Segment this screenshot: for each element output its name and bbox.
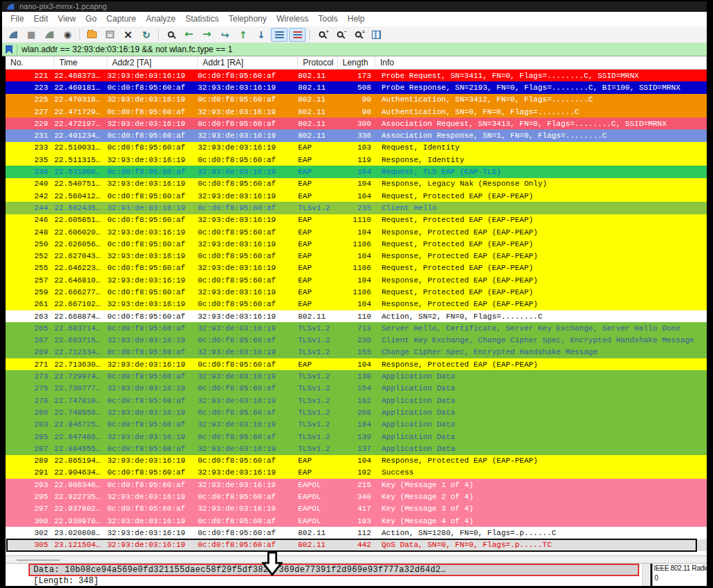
packet-row-248[interactable]: 24822.606020…32:93:de:03:16:190c:d0:f8:9… [6, 226, 707, 238]
zoom-out-icon[interactable]: − [331, 28, 348, 42]
packet-row-261[interactable]: 26122.667102…32:93:de:03:16:190c:d0:f8:9… [6, 299, 707, 310]
packet-row-289[interactable]: 28922.865194…32:93:de:03:16:190c:d0:f8:9… [6, 455, 707, 467]
packet-row-233[interactable]: 23322.510031…0c:d0:f8:95:60:af32:93:de:0… [6, 142, 707, 154]
packet-row-259[interactable]: 25922.666277…0c:d0:f8:95:60:af32:93:de:0… [6, 286, 707, 298]
column-header-info[interactable]: Info [375, 56, 707, 69]
cell-len: 417 [338, 504, 375, 513]
column-header-protocol[interactable]: Protocol [298, 56, 338, 69]
packet-row-265[interactable]: 26522.683714…0c:d0:f8:95:60:af32:93:de:0… [6, 322, 707, 334]
packet-row-295[interactable]: 29522.922735…32:93:de:03:16:190c:d0:f8:9… [6, 491, 707, 502]
column-header-addr1-ra[interactable]: Addr1 [RA] [198, 56, 298, 69]
packet-row-238[interactable]: 23822.531806…0c:d0:f8:95:60:af32:93:de:0… [6, 166, 707, 177]
pane-splitter[interactable] [6, 554, 707, 564]
data-field-text: Data: 10b08ce94a569e0fd321155daec58f29f5… [6, 564, 642, 576]
menu-item-statistics[interactable]: Statistics [180, 12, 224, 26]
menu-item-edit[interactable]: Edit [29, 12, 53, 26]
cell-ta: 0c:d0:f8:95:60:af [107, 312, 198, 321]
packet-row-280[interactable]: 28022.748558…32:93:de:03:16:190c:d0:f8:9… [6, 406, 707, 418]
packet-row-223[interactable]: 22322.469181…0c:d0:f8:95:60:af32:93:de:0… [6, 81, 707, 93]
menu-item-tools[interactable]: Tools [313, 12, 343, 26]
cell-info: Application Data [375, 397, 707, 405]
length-field-row[interactable]: [Length: 348] [6, 576, 642, 586]
packet-detail-pane[interactable]: Data: 10b08ce94a569e0fd321155daec58f29f5… [6, 564, 642, 586]
column-header-length[interactable]: Length [338, 56, 375, 69]
menu-item-help[interactable]: Help [343, 12, 370, 26]
packet-row-287[interactable]: 28722.864555…0c:d0:f8:95:60:af32:93:de:0… [6, 443, 707, 454]
stop-capture-icon[interactable]: ■ [23, 28, 40, 42]
packet-row-244[interactable]: 24422.582435…32:93:de:03:16:190c:d0:f8:9… [6, 202, 707, 214]
packet-row-305[interactable]: 30523.121504…32:93:de:03:16:190c:d0:f8:9… [6, 539, 707, 551]
capture-options-icon[interactable]: ◉ [59, 28, 76, 42]
colorize-icon[interactable] [289, 28, 306, 42]
filter-bookmark-icon[interactable] [6, 45, 13, 54]
data-field-row[interactable]: Data: 10b08ce94a569e0fd321155daec58f29f5… [6, 564, 642, 576]
display-filter-bar[interactable]: wlan.addr == 32:93:de:03:16:19 && not wl… [2, 43, 707, 56]
column-header-time[interactable]: Time [54, 56, 107, 69]
packet-row-267[interactable]: 26722.693715…32:93:de:03:16:190c:d0:f8:9… [6, 335, 707, 347]
cell-ta: 32:93:de:03:16:19 [107, 456, 198, 465]
packet-row-271[interactable]: 27122.713630…32:93:de:03:16:190c:d0:f8:9… [6, 358, 707, 370]
packet-row-291[interactable]: 29122.904634…0c:d0:f8:95:60:af32:93:de:0… [6, 467, 707, 479]
go-back-icon[interactable]: ← [180, 28, 197, 42]
packet-row-263[interactable]: 26322.668874…0c:d0:f8:95:60:af32:93:de:0… [6, 310, 707, 322]
menu-item-wireless[interactable]: Wireless [272, 12, 313, 26]
packet-row-257[interactable]: 25722.646810…32:93:de:03:16:190c:d0:f8:9… [6, 274, 707, 286]
packet-row-231[interactable]: 23122.491234…0c:d0:f8:95:60:af32:93:de:0… [6, 129, 707, 141]
packet-row-252[interactable]: 25222.627043…32:93:de:03:16:190c:d0:f8:9… [6, 250, 707, 262]
detail-scrollbar[interactable] [642, 564, 650, 586]
cell-proto: EAPOL [298, 517, 338, 525]
save-file-icon[interactable] [102, 28, 118, 42]
packet-row-293[interactable]: 29322.906346…0c:d0:f8:95:60:af32:93:de:0… [6, 479, 707, 491]
column-header-row[interactable]: No.TimeAddr2 [TA]Addr1 [RA]ProtocolLengt… [6, 56, 707, 70]
cell-ra: 0c:d0:f8:95:60:af [198, 120, 298, 128]
reload-file-icon[interactable]: ↻ [138, 28, 155, 42]
cell-len: 208 [338, 408, 375, 417]
zoom-in-icon[interactable]: + [313, 28, 330, 42]
packet-row-285[interactable]: 28522.847486…32:93:de:03:16:190c:d0:f8:9… [6, 431, 707, 443]
open-file-icon[interactable] [84, 28, 100, 42]
menu-item-file[interactable]: File [6, 12, 29, 26]
go-last-icon[interactable]: ↓ [253, 28, 269, 42]
packet-row-302[interactable]: 30223.020808…32:93:de:03:16:190c:d0:f8:9… [6, 527, 707, 539]
packet-row-250[interactable]: 25022.626056…0c:d0:f8:95:60:af32:93:de:0… [6, 238, 707, 250]
menu-item-capture[interactable]: Capture [102, 12, 141, 26]
display-filter-input[interactable]: wlan.addr == 32:93:de:03:16:19 && not wl… [22, 45, 233, 54]
close-file-icon[interactable]: × [120, 28, 136, 42]
packet-row-300[interactable]: 30022.938976…32:93:de:03:16:190c:d0:f8:9… [6, 515, 707, 527]
cell-proto: EAP [298, 216, 338, 224]
go-to-packet-icon[interactable]: ↪ [217, 28, 233, 42]
packet-row-240[interactable]: 24022.540751…32:93:de:03:16:190c:d0:f8:9… [6, 178, 707, 190]
find-packet-icon[interactable] [162, 28, 179, 42]
packet-row-255[interactable]: 25522.646223…0c:d0:f8:95:60:af32:93:de:0… [6, 262, 707, 274]
resize-columns-icon[interactable] [368, 28, 384, 42]
zoom-reset-icon[interactable]: = [350, 28, 366, 42]
packet-row-235[interactable]: 23522.511315…32:93:de:03:16:190c:d0:f8:9… [6, 154, 707, 166]
menu-item-view[interactable]: View [53, 12, 81, 26]
packet-list[interactable]: 22122.468373…32:93:de:03:16:190c:d0:f8:9… [6, 70, 707, 554]
packet-row-273[interactable]: 27322.729974…0c:d0:f8:95:60:af32:93:de:0… [6, 370, 707, 382]
column-header-addr2-ta[interactable]: Addr2 [TA] [107, 56, 198, 69]
packet-row-225[interactable]: 22522.470318…32:93:de:03:16:190c:d0:f8:9… [6, 94, 707, 106]
go-forward-icon[interactable]: → [198, 28, 215, 42]
packet-row-242[interactable]: 24222.560412…0c:d0:f8:95:60:af32:93:de:0… [6, 190, 707, 202]
column-header-no[interactable]: No. [6, 56, 54, 69]
start-capture-icon[interactable] [5, 28, 22, 42]
auto-scroll-icon[interactable] [271, 28, 288, 42]
packet-row-297[interactable]: 29722.937802…0c:d0:f8:95:60:af32:93:de:0… [6, 503, 707, 515]
splitter-grip[interactable] [17, 559, 60, 561]
packet-row-275[interactable]: 27522.730777…32:93:de:03:16:190c:d0:f8:9… [6, 383, 707, 395]
packet-row-227[interactable]: 22722.471729…0c:d0:f8:95:60:af32:93:de:0… [6, 106, 707, 118]
packet-row-269[interactable]: 26922.712334…0c:d0:f8:95:60:af32:93:de:0… [6, 347, 707, 358]
cell-ra: 32:93:de:03:16:19 [198, 143, 298, 152]
packet-row-229[interactable]: 22922.472197…32:93:de:03:16:190c:d0:f8:9… [6, 118, 707, 129]
menu-item-analyze[interactable]: Analyze [141, 12, 181, 26]
packet-row-246[interactable]: 24622.605851…0c:d0:f8:95:60:af32:93:de:0… [6, 214, 707, 226]
menu-item-go[interactable]: Go [81, 12, 102, 26]
packet-row-283[interactable]: 28322.846725…0c:d0:f8:95:60:af32:93:de:0… [6, 419, 707, 431]
packet-bytes-pane[interactable]: IEEE 802.11 Radiota 0 [652, 564, 707, 586]
packet-row-278[interactable]: 27822.747819…0c:d0:f8:95:60:af32:93:de:0… [6, 395, 707, 406]
go-first-icon[interactable]: ↑ [235, 28, 251, 42]
restart-capture-icon[interactable] [41, 28, 58, 42]
menu-item-telephony[interactable]: Telephony [224, 12, 272, 26]
packet-row-221[interactable]: 22122.468373…32:93:de:03:16:190c:d0:f8:9… [6, 70, 707, 81]
